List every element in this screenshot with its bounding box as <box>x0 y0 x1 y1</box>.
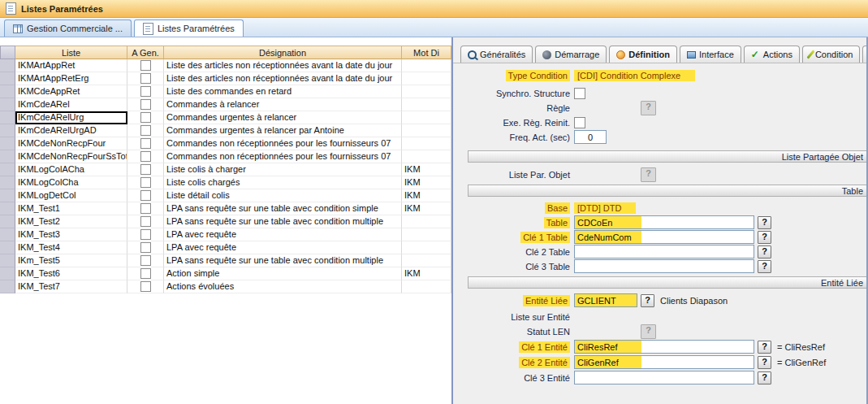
freq-act-input[interactable] <box>574 130 607 144</box>
cell-a-gen[interactable] <box>127 72 164 85</box>
a-gen-checkbox[interactable] <box>140 242 151 253</box>
cell-mot-directeur[interactable] <box>402 59 451 72</box>
cell-mot-directeur[interactable] <box>402 215 451 228</box>
table-row[interactable]: IKM_Test6 Action simple IKM <box>0 267 451 280</box>
cell-mot-directeur[interactable]: IKM <box>402 163 451 176</box>
cell-mot-directeur[interactable] <box>402 150 451 163</box>
cell-mot-directeur[interactable]: IKM <box>402 202 451 215</box>
doc-tab-gestion-commerciale[interactable]: Gestion Commerciale ... <box>4 20 132 37</box>
table-row[interactable]: IKmCdeARel Commandes à relancer <box>0 98 451 111</box>
cle3-entite-input[interactable] <box>574 371 754 384</box>
table-row[interactable]: IKM_Test4 LPA avec requête <box>0 241 451 254</box>
row-selector[interactable] <box>0 124 15 137</box>
row-selector[interactable] <box>0 137 15 150</box>
cell-designation[interactable]: Actions évoluées <box>164 280 402 293</box>
a-gen-checkbox[interactable] <box>140 151 151 162</box>
cell-a-gen[interactable] <box>127 163 164 176</box>
tab-interface[interactable]: Interface <box>680 46 741 63</box>
tab-condition[interactable]: Condition <box>802 46 860 63</box>
cell-liste[interactable]: IKmCdeARelUrg <box>15 111 127 124</box>
cell-designation[interactable]: Liste détail colis <box>164 189 402 202</box>
row-selector[interactable] <box>0 98 15 111</box>
row-selector[interactable] <box>0 215 15 228</box>
cell-mot-directeur[interactable] <box>402 72 451 85</box>
cell-designation[interactable]: Liste colis à charger <box>164 163 402 176</box>
synchro-structure-checkbox[interactable] <box>574 88 585 99</box>
row-selector[interactable] <box>0 202 15 215</box>
row-selector[interactable] <box>0 189 15 202</box>
cle3-entite-lookup-button[interactable]: ? <box>758 371 771 384</box>
cell-a-gen[interactable] <box>127 241 164 254</box>
cell-liste[interactable]: IKmCdeARelUrgAD <box>15 124 127 137</box>
row-selector[interactable] <box>0 228 15 241</box>
cell-liste[interactable]: IKm_Test5 <box>15 254 127 267</box>
cell-designation[interactable]: Liste colis chargés <box>164 176 402 189</box>
cell-designation[interactable]: Commandes à relancer <box>164 98 402 111</box>
tab-généralités[interactable]: Généralités <box>460 46 533 63</box>
table-row[interactable]: IKMCdeNonRecpFour Commandes non réceptio… <box>0 137 451 150</box>
cle2-entite-input[interactable] <box>574 355 754 369</box>
a-gen-checkbox[interactable] <box>140 229 151 240</box>
cell-liste[interactable]: IKM_Test4 <box>15 241 127 254</box>
a-gen-checkbox[interactable] <box>140 99 151 110</box>
cell-mot-directeur[interactable]: IKM <box>402 176 451 189</box>
row-selector[interactable] <box>0 163 15 176</box>
row-selector[interactable] <box>0 176 15 189</box>
cell-a-gen[interactable] <box>127 228 164 241</box>
cell-mot-directeur[interactable] <box>402 124 451 137</box>
table-row[interactable]: IKMArtAppRetErg Liste des articles non r… <box>0 72 451 85</box>
cle2-entite-lookup-button[interactable]: ? <box>758 356 771 369</box>
column-header-designation[interactable]: Désignation <box>164 46 402 59</box>
cell-designation[interactable]: Liste des articles non réceptionnées ava… <box>164 59 402 72</box>
cell-designation[interactable]: LPA sans requête sur une table avec cond… <box>164 215 402 228</box>
cle3-table-input[interactable] <box>574 259 754 273</box>
a-gen-checkbox[interactable] <box>140 86 151 97</box>
cell-liste[interactable]: IKMCdeNonRecpFourSsTot <box>15 150 127 163</box>
row-selector[interactable] <box>0 280 15 293</box>
cell-liste[interactable]: IKMCdeNonRecpFour <box>15 137 127 150</box>
cell-a-gen[interactable] <box>127 202 164 215</box>
cle1-table-lookup-button[interactable]: ? <box>758 231 771 244</box>
cell-liste[interactable]: IKM_Test2 <box>15 215 127 228</box>
column-header-liste[interactable]: Liste <box>15 46 127 59</box>
cell-designation[interactable]: Commandes non réceptionnées pour les fou… <box>164 137 402 150</box>
cle2-table-input[interactable] <box>574 245 754 258</box>
a-gen-checkbox[interactable] <box>140 125 151 136</box>
row-selector[interactable] <box>0 267 15 280</box>
a-gen-checkbox[interactable] <box>140 73 151 84</box>
cell-designation[interactable]: LPA sans requête sur une table avec cond… <box>164 254 402 267</box>
row-selector[interactable] <box>0 85 15 98</box>
grid-select-all-header[interactable] <box>0 46 15 59</box>
cell-designation[interactable]: LPA avec requête <box>164 241 402 254</box>
cell-a-gen[interactable] <box>127 176 164 189</box>
cell-mot-directeur[interactable] <box>402 111 451 124</box>
a-gen-checkbox[interactable] <box>140 203 151 214</box>
cell-liste[interactable]: IKM_Test7 <box>15 280 127 293</box>
cell-a-gen[interactable] <box>127 150 164 163</box>
cell-a-gen[interactable] <box>127 267 164 280</box>
tab-démarrage[interactable]: Démarrage <box>535 46 607 63</box>
column-header-mot-directeur[interactable]: Mot Di <box>402 46 451 59</box>
cell-a-gen[interactable] <box>127 59 164 72</box>
cell-a-gen[interactable] <box>127 215 164 228</box>
tab-actions[interactable]: Actions <box>744 46 800 63</box>
cell-a-gen[interactable] <box>127 189 164 202</box>
cell-mot-directeur[interactable] <box>402 280 451 293</box>
row-selector[interactable] <box>0 59 15 72</box>
entite-liee-input[interactable] <box>574 293 637 307</box>
cell-designation[interactable]: LPA sans requête sur une table avec cond… <box>164 202 402 215</box>
table-row[interactable]: IKMLogDetCol Liste détail colis IKM <box>0 189 451 202</box>
cell-a-gen[interactable] <box>127 280 164 293</box>
cell-mot-directeur[interactable] <box>402 85 451 98</box>
table-row[interactable]: IKM_Test2 LPA sans requête sur une table… <box>0 215 451 228</box>
cell-liste[interactable]: IKMCdeAppRet <box>15 85 127 98</box>
cell-liste[interactable]: IKMLogDetCol <box>15 189 127 202</box>
cell-liste[interactable]: IKM_Test3 <box>15 228 127 241</box>
cell-designation[interactable]: LPA avec requête <box>164 228 402 241</box>
cell-mot-directeur[interactable] <box>402 98 451 111</box>
cell-liste[interactable]: IKMArtAppRet <box>15 59 127 72</box>
cell-designation[interactable]: Liste des articles non réceptionnées ava… <box>164 72 402 85</box>
cell-mot-directeur[interactable] <box>402 241 451 254</box>
cell-mot-directeur[interactable] <box>402 228 451 241</box>
cell-a-gen[interactable] <box>127 254 164 267</box>
